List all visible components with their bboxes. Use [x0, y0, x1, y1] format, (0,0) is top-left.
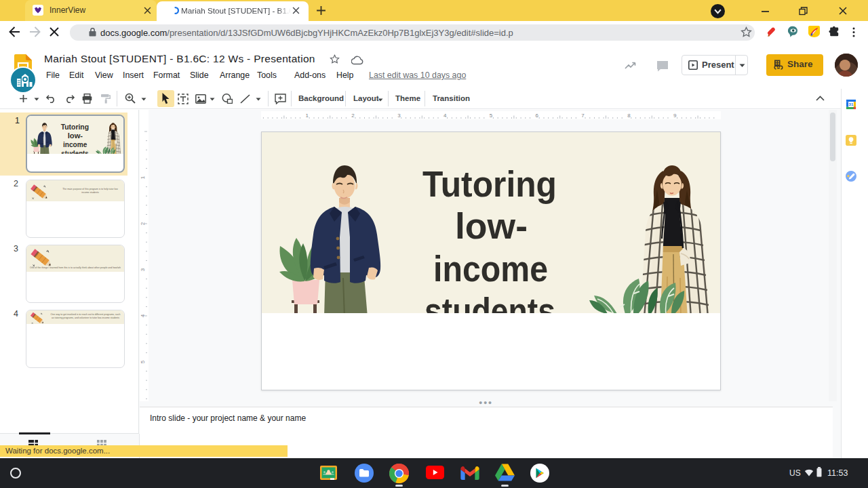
svg-text:6: 6 [536, 113, 539, 119]
svg-text:9: 9 [673, 113, 677, 119]
svg-text:1: 1 [140, 176, 146, 179]
svg-text:8: 8 [627, 113, 631, 119]
svg-text:5: 5 [140, 360, 146, 363]
svg-text:2: 2 [351, 113, 355, 119]
svg-text:3: 3 [140, 268, 146, 271]
svg-text:1: 1 [306, 113, 309, 119]
svg-text:5: 5 [490, 113, 493, 119]
svg-text:2: 2 [140, 222, 146, 225]
svg-text:4: 4 [140, 314, 146, 317]
svg-text:7: 7 [581, 113, 585, 119]
svg-text:3: 3 [397, 113, 401, 119]
svg-text:31: 31 [849, 102, 854, 106]
svg-text:4: 4 [443, 113, 447, 119]
